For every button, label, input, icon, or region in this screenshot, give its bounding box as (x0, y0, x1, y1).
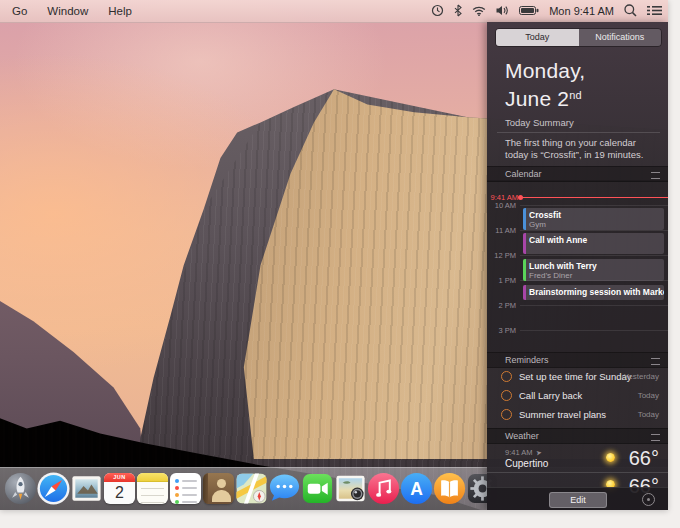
reminder-label: Call Larry back (519, 390, 582, 401)
menu-bar-clock[interactable]: Mon 9:41 AM (549, 5, 614, 17)
reminder-due: Today (638, 410, 659, 419)
calendar-event-brainstorming[interactable]: Brainstorming session with Marketing (523, 285, 664, 300)
reminders-section-header[interactable]: Reminders (487, 352, 668, 368)
dock-icon-facetime[interactable] (300, 471, 335, 506)
dock-icon-launchpad[interactable] (3, 471, 38, 506)
location-arrow-icon: ➤ (535, 449, 542, 458)
hour-line (520, 230, 668, 231)
today-date: Monday, June 2nd (505, 58, 585, 111)
reminder-checkbox[interactable] (501, 409, 512, 420)
reminder-due: Today (638, 391, 659, 400)
reminder-row[interactable]: Call Larry back Today (487, 386, 668, 405)
hour-label: 1 PM (487, 276, 516, 285)
notification-center-icon[interactable] (647, 5, 662, 16)
svg-text:A: A (410, 479, 423, 499)
reminder-checkbox[interactable] (501, 390, 512, 401)
now-line (520, 197, 668, 198)
reminder-row[interactable]: Summer travel plans Today (487, 405, 668, 424)
calendar-event-crossfit[interactable]: Crossfit Gym (523, 208, 664, 230)
event-title: Call with Anne (529, 235, 664, 245)
nc-bottom-bar: Edit (487, 487, 668, 510)
tab-notifications[interactable]: Notifications (579, 29, 662, 46)
weather-section-header[interactable]: Weather (487, 428, 668, 444)
volume-icon[interactable] (496, 5, 509, 16)
weather-updated-time: 9:41 AM➤ (505, 448, 541, 457)
date-line-2: June 2nd (505, 83, 585, 111)
dock-icon-contacts[interactable] (201, 471, 236, 506)
date-ordinal: nd (569, 89, 582, 101)
menu-help[interactable]: Help (98, 1, 142, 22)
bluetooth-icon[interactable] (454, 4, 462, 17)
reminder-row[interactable]: Set up tee time for Sunday Yesterday (487, 367, 668, 386)
reminder-label: Set up tee time for Sunday (519, 371, 631, 382)
drag-handle-icon[interactable] (651, 434, 660, 441)
event-title: Lunch with Terry (529, 261, 664, 271)
dock-icon-ibooks[interactable] (432, 471, 467, 506)
date-line-1: Monday, (505, 58, 585, 83)
calendar-event-lunch-with-terry[interactable]: Lunch with Terry Fred’s Diner (523, 259, 664, 281)
event-location: Gym (529, 220, 664, 229)
today-summary-body: The first thing on your calendar today i… (505, 137, 657, 160)
calendar-event-call-with-anne[interactable]: Call with Anne (523, 233, 664, 254)
menu-go[interactable]: Go (2, 1, 37, 22)
dock-icon-notes[interactable] (135, 471, 170, 506)
event-title: Crossfit (529, 210, 664, 220)
hour-line (520, 305, 668, 306)
dock-icon-iphoto[interactable] (333, 471, 368, 506)
time-machine-icon[interactable] (431, 4, 444, 17)
reminder-label: Summer travel plans (519, 409, 606, 420)
menu-bar: Go Window Help Mon 9:41 AM (0, 0, 668, 23)
reminder-due: Yesterday (624, 372, 659, 381)
dock-icon-safari[interactable] (36, 471, 71, 506)
edit-button[interactable]: Edit (549, 492, 607, 508)
now-dot (518, 195, 523, 200)
nc-tab-switcher: Today Notifications (495, 28, 662, 47)
hour-line (520, 330, 668, 331)
event-location: Fred’s Diner (529, 271, 664, 280)
menu-bar-status: Mon 9:41 AM (431, 0, 662, 21)
calendar-day-label: 2 (104, 482, 135, 503)
weather-city: Cupertino (505, 458, 548, 469)
menu-window[interactable]: Window (37, 1, 98, 22)
event-title: Brainstorming session with Marketing (529, 287, 664, 297)
spotlight-icon[interactable] (624, 4, 637, 17)
hour-label: 2 PM (487, 301, 516, 310)
divider (497, 132, 660, 133)
nc-settings-icon[interactable] (642, 493, 655, 506)
hour-line (520, 205, 668, 206)
hour-label: 11 AM (487, 226, 516, 235)
wifi-icon[interactable] (472, 5, 486, 16)
hour-label: 3 PM (487, 326, 516, 335)
hour-label: 10 AM (487, 201, 516, 210)
today-summary-title: Today Summary (505, 117, 574, 128)
weather-temp: 66° (599, 447, 659, 470)
calendar-timeline: 9:41 AM 10 AM 11 AM 12 PM 1 PM 2 PM 3 PM… (487, 180, 668, 352)
calendar-month-label: JUN (104, 473, 135, 482)
dock-icon-reminders[interactable] (168, 471, 203, 506)
desktop: Go Window Help Mon 9:41 AM JUN2 (0, 0, 668, 510)
drag-handle-icon[interactable] (651, 172, 660, 179)
reminder-checkbox[interactable] (501, 371, 512, 382)
dock-icon-maps[interactable] (234, 471, 269, 506)
notification-center-panel: Today Notifications Monday, June 2nd Tod… (487, 22, 668, 510)
calendar-section-title: Calendar (505, 169, 542, 179)
event-color-bar (523, 259, 526, 281)
weather-section-title: Weather (505, 431, 539, 441)
dock-icon-mail[interactable] (69, 471, 104, 506)
tab-today[interactable]: Today (496, 29, 579, 46)
dock-icon-messages[interactable] (267, 471, 302, 506)
event-color-bar (523, 208, 526, 230)
reminders-section-title: Reminders (505, 355, 549, 365)
screen: Go Window Help Mon 9:41 AM JUN2 (0, 0, 680, 528)
hour-label: 12 PM (487, 251, 516, 260)
hour-line (520, 255, 668, 256)
battery-icon[interactable] (519, 5, 539, 16)
menu-bar-menus: Go Window Help (2, 1, 142, 22)
dock-icon-appstore[interactable]: A (399, 471, 434, 506)
event-color-bar (523, 233, 526, 254)
dock-icon-calendar[interactable]: JUN2 (102, 471, 137, 506)
dock-icon-itunes[interactable] (366, 471, 401, 506)
event-color-bar (523, 285, 526, 300)
drag-handle-icon[interactable] (651, 358, 660, 365)
divider (487, 472, 668, 473)
